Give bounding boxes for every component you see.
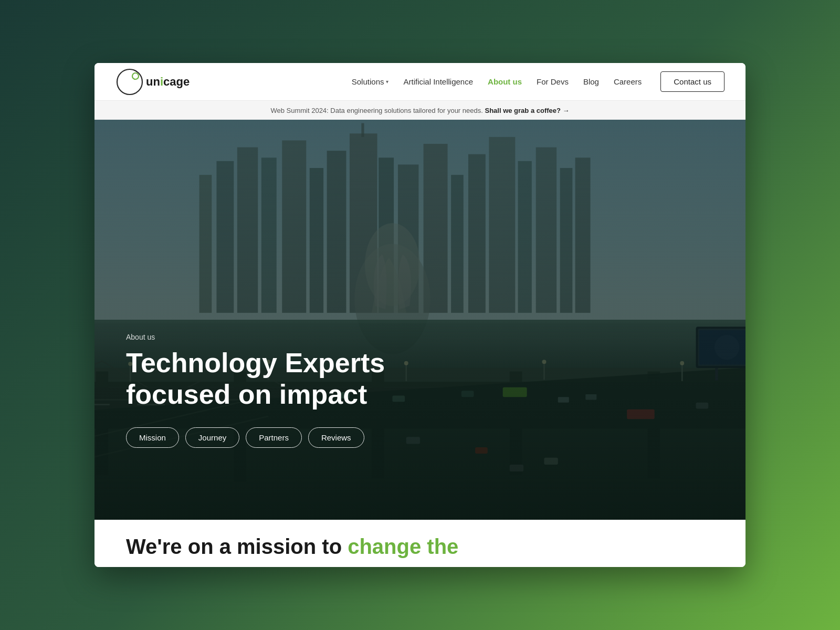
nav-about[interactable]: About us [488,77,522,86]
mission-button[interactable]: Mission [126,427,179,448]
nav-solutions[interactable]: Solutions ▾ [352,77,389,86]
partners-button[interactable]: Partners [246,427,302,448]
logo[interactable]: unicage [116,68,190,96]
hero-title: Technology Experts focused on impact [126,348,385,411]
svg-point-1 [132,73,139,79]
announcement-text: Web Summit 2024: Data engineering soluti… [270,107,482,114]
logo-text: unicage [146,75,190,89]
nav-devs[interactable]: For Devs [537,77,569,86]
hero-content: About us Technology Experts focused on i… [126,333,385,448]
svg-point-0 [117,69,142,94]
reviews-button[interactable]: Reviews [308,427,364,448]
hero-section: About us Technology Experts focused on i… [94,120,746,520]
svg-rect-73 [94,120,746,520]
cityscape-svg [94,120,746,520]
bottom-section: We're on a mission to change the [94,520,746,567]
journey-button[interactable]: Journey [185,427,239,448]
announcement-link[interactable]: Shall we grab a coffee? → [485,107,569,114]
hero-buttons: Mission Journey Partners Reviews [126,427,385,448]
nav-careers[interactable]: Careers [614,77,642,86]
chevron-down-icon: ▾ [386,79,388,85]
navbar: unicage Solutions ▾ Artificial Intellige… [94,63,746,101]
nav-links: Solutions ▾ Artificial Intelligence Abou… [352,71,724,92]
nav-ai[interactable]: Artificial Intelligence [403,77,473,86]
mission-text: We're on a mission to change the [126,535,458,559]
hero-eyebrow: About us [126,333,385,341]
logo-icon [116,68,144,96]
contact-button[interactable]: Contact us [660,71,724,92]
hero-background [94,120,746,520]
browser-window: unicage Solutions ▾ Artificial Intellige… [94,63,746,567]
announcement-bar: Web Summit 2024: Data engineering soluti… [94,101,746,120]
nav-blog[interactable]: Blog [583,77,599,86]
